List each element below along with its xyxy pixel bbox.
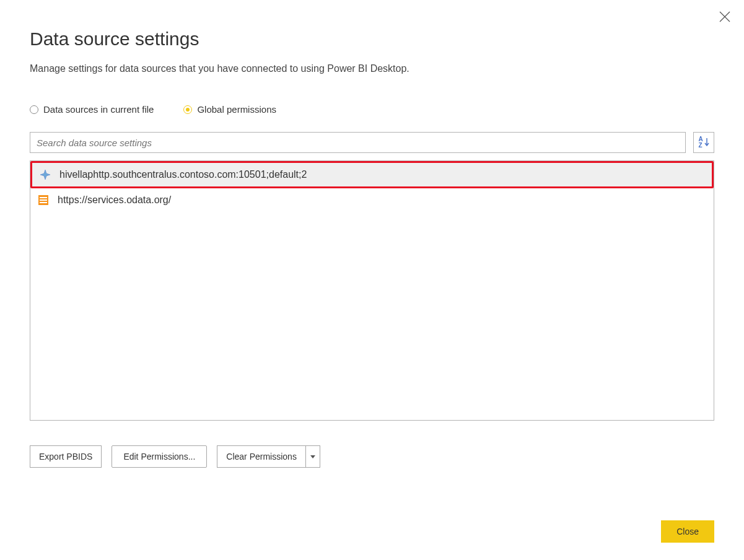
sort-az-icon: A Z bbox=[698, 136, 709, 149]
radio-circle-icon bbox=[30, 105, 38, 114]
connector-icon bbox=[38, 168, 52, 182]
data-source-settings-dialog: Data source settings Manage settings for… bbox=[0, 0, 744, 560]
radio-label: Global permissions bbox=[197, 104, 276, 115]
radio-global-permissions[interactable]: Global permissions bbox=[183, 104, 276, 115]
search-row: A Z bbox=[30, 132, 714, 153]
radio-circle-selected-icon bbox=[183, 105, 192, 114]
radio-label: Data sources in current file bbox=[43, 104, 154, 115]
svg-rect-6 bbox=[40, 199, 47, 201]
dialog-footer: Close bbox=[661, 520, 714, 543]
clear-permissions-dropdown[interactable] bbox=[305, 445, 320, 468]
svg-rect-7 bbox=[40, 202, 47, 203]
svg-marker-3 bbox=[40, 170, 50, 180]
data-source-label: https://services.odata.org/ bbox=[58, 195, 171, 206]
chevron-down-icon bbox=[310, 454, 315, 459]
dialog-subtitle: Manage settings for data sources that yo… bbox=[30, 63, 714, 74]
action-button-row: Export PBIDS Edit Permissions... Clear P… bbox=[30, 445, 714, 468]
radio-current-file[interactable]: Data sources in current file bbox=[30, 104, 154, 115]
clear-permissions-button[interactable]: Clear Permissions bbox=[217, 445, 305, 468]
clear-permissions-split-button: Clear Permissions bbox=[217, 445, 320, 468]
data-source-label: hivellaphttp.southcentralus.contoso.com:… bbox=[59, 169, 307, 180]
sort-button[interactable]: A Z bbox=[693, 132, 714, 153]
edit-permissions-button[interactable]: Edit Permissions... bbox=[112, 445, 207, 468]
data-source-item-hive[interactable]: hivellaphttp.southcentralus.contoso.com:… bbox=[30, 161, 714, 188]
search-input[interactable] bbox=[30, 132, 686, 153]
scope-radio-group: Data sources in current file Global perm… bbox=[30, 104, 714, 115]
svg-rect-5 bbox=[40, 197, 47, 198]
close-button[interactable]: Close bbox=[661, 520, 714, 543]
svg-marker-8 bbox=[310, 455, 315, 458]
dialog-title: Data source settings bbox=[30, 28, 714, 50]
export-pbids-button[interactable]: Export PBIDS bbox=[30, 445, 102, 468]
data-source-item-odata[interactable]: https://services.odata.org/ bbox=[30, 188, 714, 212]
close-icon[interactable] bbox=[719, 11, 730, 25]
data-source-list[interactable]: hivellaphttp.southcentralus.contoso.com:… bbox=[30, 160, 714, 421]
odata-icon bbox=[37, 193, 50, 207]
